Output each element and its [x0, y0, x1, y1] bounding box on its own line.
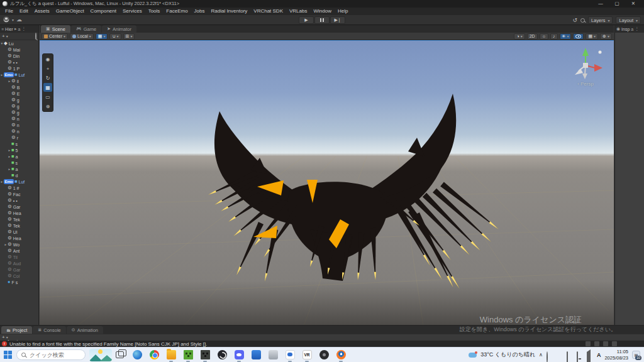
menu-edit[interactable]: Edit	[16, 8, 31, 15]
camera-settings-dropdown[interactable]: ⊕▾	[600, 33, 612, 40]
hierarchy-row[interactable]: ⚙UI	[0, 229, 38, 235]
hierarchy-row[interactable]: ⚙Mai	[0, 47, 38, 53]
rect-tool-button[interactable]: ▭	[43, 92, 52, 101]
gizmo-perspective-label[interactable]: ‹ Persp	[564, 81, 608, 87]
menu-component[interactable]: Component	[87, 8, 119, 15]
hierarchy-search-icon[interactable]	[35, 33, 36, 40]
status-icon[interactable]	[594, 341, 599, 346]
hierarchy-row[interactable]: ⚙B	[0, 84, 38, 90]
lighting-toggle[interactable]: ☼	[540, 33, 548, 40]
menu-jobs[interactable]: Jobs	[191, 8, 208, 15]
hierarchy-row[interactable]: ⚙Col	[0, 273, 38, 279]
tray-device-icon[interactable]	[567, 352, 573, 358]
menu-faceemo[interactable]: FaceEmo	[163, 8, 191, 15]
hierarchy-row[interactable]: ▸⚙Wo	[0, 241, 38, 248]
grid-visibility-dropdown[interactable]: ▦▾	[586, 33, 598, 40]
tab-console[interactable]: ≣Console	[33, 326, 65, 334]
hierarchy-row[interactable]: ⚙n	[0, 128, 38, 134]
inspector-tab[interactable]: ◉ Insp a ⋮	[615, 25, 644, 33]
view-tool-button[interactable]: ◉	[43, 55, 52, 63]
tray-mic-icon[interactable]	[557, 352, 563, 358]
taskbar-app-chat[interactable]	[283, 348, 297, 362]
snap-toggle[interactable]: ∪▾	[109, 33, 121, 40]
effects-dropdown[interactable]: ✳▾	[560, 33, 572, 40]
taskbar-app-app-gray[interactable]	[266, 348, 280, 362]
tab-animation[interactable]: ⊙Animation	[67, 326, 103, 334]
menu-radial-inventory[interactable]: Radial Inventory	[208, 8, 250, 15]
account-caret-icon[interactable]: ▾	[12, 18, 14, 22]
taskbar-search[interactable]	[16, 349, 86, 360]
kebab-menu-icon[interactable]: ⋮	[21, 26, 26, 31]
add-caret-icon[interactable]: ▾	[6, 335, 8, 339]
status-icon[interactable]	[612, 341, 617, 346]
status-icon[interactable]	[603, 341, 608, 346]
hierarchy-row[interactable]: ⚙Gar	[0, 204, 38, 210]
hierarchy-row[interactable]: ⚙• •	[0, 59, 38, 65]
search-icon[interactable]	[580, 18, 585, 23]
hierarchy-row[interactable]: ▸⚙il	[0, 78, 38, 84]
grid-snap-toggle[interactable]: ▦▾	[96, 33, 108, 40]
layers-dropdown[interactable]: Layers▾	[588, 16, 613, 24]
rotate-tool-button[interactable]: ↻	[43, 74, 52, 82]
tray-display-icon[interactable]	[577, 352, 583, 358]
status-icon[interactable]	[586, 341, 591, 346]
menu-gameobject[interactable]: GameObject	[53, 8, 87, 15]
hierarchy-row[interactable]: ⚙r	[0, 134, 38, 141]
cloud-services-icon[interactable]: ☁	[16, 16, 22, 23]
tab-game[interactable]: 🎮Game	[71, 25, 101, 33]
scene-visibility-toggle[interactable]	[573, 33, 584, 40]
taskbar-app-chrome[interactable]	[147, 348, 161, 362]
hierarchy-row[interactable]: ⚙Fac	[0, 191, 38, 197]
weather-text[interactable]: 33°C くもりのち晴れ	[480, 351, 535, 359]
menu-assets[interactable]: Assets	[31, 8, 53, 15]
hierarchy-add-button[interactable]: +	[2, 33, 5, 39]
kebab-menu-icon[interactable]: ⋮	[635, 26, 639, 31]
hierarchy-row[interactable]: ⚙Ant	[0, 248, 38, 254]
ime-indicator[interactable]: A	[597, 352, 601, 358]
lock-icon[interactable]: a	[18, 27, 20, 31]
hierarchy-row[interactable]: ⚙Til	[0, 254, 38, 260]
hierarchy-row[interactable]: ⚙Tek	[0, 216, 38, 222]
step-button[interactable]: ▶❘	[330, 16, 345, 24]
taskbar-app-explorer[interactable]	[164, 348, 178, 362]
taskbar-app-discord[interactable]	[232, 348, 246, 362]
draw-mode-dropdown[interactable]: ◑▾	[514, 33, 525, 40]
hierarchy-row[interactable]: ⚙Hea	[0, 235, 38, 241]
move-tool-button[interactable]: +	[43, 64, 52, 73]
increment-snap-dropdown[interactable]: ⊞▾	[123, 33, 135, 40]
hierarchy-row[interactable]: ⚙• •	[0, 197, 38, 204]
hierarchy-row[interactable]: ⚙1 P	[0, 65, 38, 72]
hierarchy-row[interactable]: ⚙n	[0, 116, 38, 122]
taskbar-app-app-blue[interactable]	[249, 348, 263, 362]
hierarchy-row[interactable]: ▸Emo■Luf	[0, 72, 38, 78]
taskbar-app-app-dark[interactable]	[317, 348, 331, 362]
menu-tools[interactable]: Tools	[145, 8, 164, 15]
hierarchy-row[interactable]: ⚙n	[0, 122, 38, 128]
scene-viewport[interactable]: ◉ + ↻ ▦ ▭ ⊕	[40, 40, 614, 325]
task-view-button[interactable]	[116, 351, 124, 358]
audio-toggle[interactable]: ♪	[550, 33, 558, 40]
play-button[interactable]: ▶	[299, 16, 314, 24]
hierarchy-row[interactable]: ⚙g	[0, 103, 38, 109]
2d-toggle[interactable]: 2D	[527, 33, 538, 40]
account-icon[interactable]	[3, 16, 9, 23]
taskbar-app-spiral[interactable]	[215, 348, 229, 362]
close-button[interactable]: ✕	[625, 0, 641, 8]
hierarchy-row[interactable]: ▾◆Lu	[0, 40, 38, 47]
taskbar-app-vrchat[interactable]: VR	[300, 348, 314, 362]
taskbar-app-minecraft[interactable]	[181, 348, 195, 362]
maximize-button[interactable]: ▢	[609, 0, 625, 8]
minimize-button[interactable]: —	[592, 0, 609, 8]
hierarchy-row[interactable]: ⚙Aud	[0, 260, 38, 266]
pause-button[interactable]	[314, 16, 330, 24]
tray-overflow-chevron-icon[interactable]: ∧	[539, 352, 543, 358]
hierarchy-row[interactable]: ⚙Din	[0, 53, 38, 59]
layout-dropdown[interactable]: Layout▾	[616, 16, 641, 24]
start-button[interactable]	[4, 351, 13, 359]
menu-services[interactable]: Services	[119, 8, 145, 15]
taskbar-app-blender[interactable]	[334, 348, 348, 362]
hierarchy-row[interactable]: ⚙E	[0, 90, 38, 97]
hierarchy-row[interactable]: ■s	[0, 141, 38, 147]
scale-tool-button[interactable]: ▦	[43, 83, 52, 92]
hierarchy-row[interactable]: ⚙Hea	[0, 210, 38, 216]
